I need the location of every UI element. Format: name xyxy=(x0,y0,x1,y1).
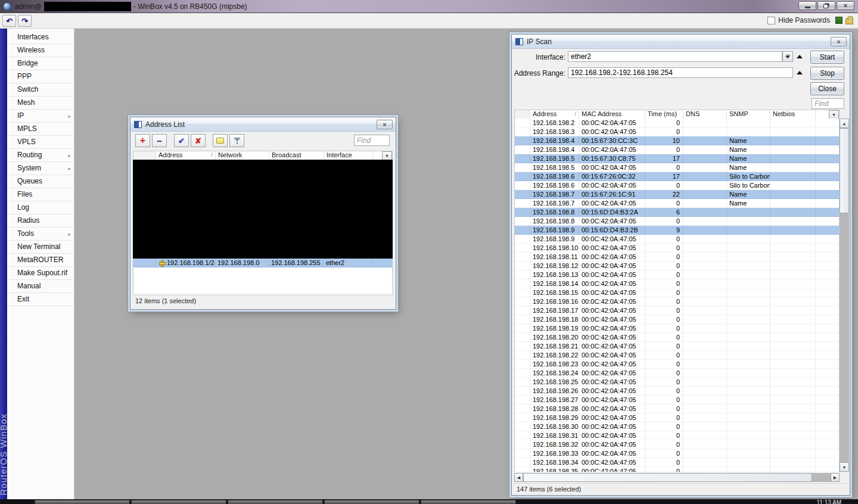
sidebar-item-queues[interactable]: Queues ▸ xyxy=(7,175,74,188)
ip-scan-row[interactable]: 192.168.198.4 00:15:67:30:CC:3C 10 Name xyxy=(515,136,839,145)
horizontal-scroll-track[interactable] xyxy=(812,473,831,482)
ip-scan-row[interactable]: 192.168.198.29 00:0C:42:0A:47:05 0 xyxy=(515,413,839,422)
ip-scan-row[interactable]: 192.168.198.2 00:0C:42:0A:47:05 0 xyxy=(515,119,839,127)
ip-scan-row[interactable]: 192.168.198.28 00:0C:42:0A:47:05 0 xyxy=(515,405,839,413)
column-header-broadcast[interactable]: Broadcast xyxy=(269,151,324,160)
column-header-netbios[interactable]: Netbios xyxy=(770,110,816,119)
taskbar-button[interactable] xyxy=(228,500,323,504)
interface-dropdown-button[interactable] xyxy=(782,51,793,62)
column-header-flags[interactable] xyxy=(515,110,530,119)
ip-scan-row[interactable]: 192.168.198.22 00:0C:42:0A:47:05 0 xyxy=(515,351,839,360)
sidebar-item-wireless[interactable]: Wireless ▸ xyxy=(7,44,74,57)
range-collapse-button[interactable] xyxy=(795,67,804,78)
ip-scan-row[interactable]: 192.168.198.8 00:0C:42:0A:47:05 0 xyxy=(515,217,839,226)
undo-button[interactable]: ↶ xyxy=(2,15,16,27)
sidebar-item-switch[interactable]: Switch ▸ xyxy=(7,83,74,97)
taskbar-button[interactable] xyxy=(131,500,226,504)
horizontal-scroll-thumb[interactable] xyxy=(523,473,812,482)
ip-scan-row[interactable]: 192.168.198.14 00:0C:42:0A:47:05 0 xyxy=(515,279,839,288)
ip-scan-row[interactable]: 192.168.198.15 00:0C:42:0A:47:05 0 xyxy=(515,288,839,297)
ip-scan-row[interactable]: 192.168.198.30 00:0C:42:0A:47:05 0 xyxy=(515,422,839,431)
taskbar-button[interactable] xyxy=(324,500,419,504)
ip-scan-row[interactable]: 192.168.198.7 00:15:67:26:1C:91 22 Name xyxy=(515,190,839,199)
sidebar-item-bridge[interactable]: Bridge ▸ xyxy=(7,57,74,70)
sidebar-item-ppp[interactable]: PPP ▸ xyxy=(7,70,74,83)
ip-scan-row[interactable]: 192.168.198.21 00:0C:42:0A:47:05 0 xyxy=(515,342,839,351)
ip-scan-row[interactable]: 192.168.198.34 00:0C:42:0A:47:05 0 xyxy=(515,458,839,467)
filter-button[interactable] xyxy=(229,134,244,147)
ip-scan-row[interactable]: 192.168.198.9 00:15:6D:D4:B3:2B 9 xyxy=(515,226,839,235)
ip-scan-row[interactable]: 192.168.198.24 00:0C:42:0A:47:05 0 xyxy=(515,369,839,378)
restore-button[interactable] xyxy=(817,1,835,10)
taskbar-button[interactable] xyxy=(421,500,516,504)
add-button[interactable]: + xyxy=(135,134,150,147)
sidebar-item-files[interactable]: Files ▸ xyxy=(7,188,74,201)
interface-collapse-button[interactable] xyxy=(795,51,804,62)
column-header-dns[interactable]: DNS xyxy=(683,110,727,119)
sidebar-item-log[interactable]: Log ▸ xyxy=(7,201,74,214)
ip-scan-row[interactable]: 192.168.198.17 00:0C:42:0A:47:05 0 xyxy=(515,306,839,315)
ip-scan-row[interactable]: 192.168.198.12 00:0C:42:0A:47:05 0 xyxy=(515,262,839,270)
ip-scan-row[interactable]: 192.168.198.20 00:0C:42:0A:47:05 0 xyxy=(515,333,839,342)
ip-scan-row[interactable]: 192.168.198.27 00:0C:42:0A:47:05 0 xyxy=(515,396,839,405)
column-header-mac[interactable]: MAC Address xyxy=(579,110,645,119)
ip-scan-row[interactable]: 192.168.198.7 00:0C:42:0A:47:05 0 Name xyxy=(515,199,839,208)
ip-scan-row[interactable]: 192.168.198.13 00:0C:42:0A:47:05 0 xyxy=(515,270,839,279)
ip-scan-row[interactable]: 192.168.198.25 00:0C:42:0A:47:05 0 xyxy=(515,378,839,387)
column-chooser-dropdown[interactable]: ▼ xyxy=(382,151,392,160)
sidebar-item-exit[interactable]: Exit ▸ xyxy=(7,293,74,306)
ip-scan-row[interactable]: 192.168.198.18 00:0C:42:0A:47:05 0 xyxy=(515,315,839,324)
ip-scan-row[interactable]: 192.168.198.6 00:15:67:26:0C:32 17 Silo … xyxy=(515,172,839,181)
ip-scan-row[interactable]: 192.168.198.23 00:0C:42:0A:47:05 0 xyxy=(515,360,839,369)
scroll-up-button[interactable]: ▲ xyxy=(840,119,849,128)
stop-button[interactable]: Stop xyxy=(810,67,844,80)
column-header-address[interactable]: Address/ xyxy=(156,151,216,160)
ip-scan-close-button[interactable]: × xyxy=(831,37,847,46)
ip-scan-row[interactable]: 192.168.198.6 00:0C:42:0A:47:05 0 Silo t… xyxy=(515,181,839,190)
column-chooser-dropdown[interactable]: ▼ xyxy=(829,110,839,119)
scroll-down-button[interactable]: ▼ xyxy=(840,462,849,472)
enable-button[interactable]: ✔ xyxy=(174,134,189,147)
disable-button[interactable]: ✘ xyxy=(191,134,206,147)
address-list-find-input[interactable] xyxy=(354,135,390,146)
ip-scan-row[interactable]: 192.168.198.26 00:0C:42:0A:47:05 0 xyxy=(515,387,839,396)
sidebar-item-system[interactable]: System ▸ xyxy=(7,162,74,175)
hide-passwords-checkbox[interactable] xyxy=(767,17,775,24)
address-range-input[interactable] xyxy=(568,67,793,78)
column-header-snmp[interactable]: SNMP xyxy=(727,110,770,119)
ip-scan-row[interactable]: 192.168.198.5 00:0C:42:0A:47:05 0 Name xyxy=(515,163,839,172)
vertical-scroll-track[interactable] xyxy=(840,213,849,462)
taskbar-button[interactable] xyxy=(35,500,130,504)
ip-scan-row[interactable]: 192.168.198.4 00:0C:42:0A:47:05 0 Name xyxy=(515,145,839,154)
address-list-titlebar[interactable]: Address List × xyxy=(130,117,396,132)
column-header-time[interactable]: Time (ms) xyxy=(645,110,683,119)
ip-scan-row[interactable]: 192.168.198.16 00:0C:42:0A:47:05 0 xyxy=(515,297,839,306)
close-dialog-button[interactable]: Close xyxy=(810,82,844,95)
ip-scan-row[interactable]: 192.168.198.33 00:0C:42:0A:47:05 0 xyxy=(515,449,839,458)
sidebar-item-vpls[interactable]: VPLS ▸ xyxy=(7,136,74,149)
minimize-button[interactable] xyxy=(798,1,816,10)
remove-button[interactable]: − xyxy=(152,134,167,147)
column-header-flags[interactable] xyxy=(133,151,156,160)
windows-taskbar[interactable]: 11:13 AM xyxy=(0,499,858,504)
sidebar-item-ip[interactable]: IP ▸ xyxy=(7,110,74,123)
sidebar-item-mpls[interactable]: MPLS ▸ xyxy=(7,123,74,136)
address-list-empty-area[interactable] xyxy=(133,267,393,294)
sidebar-item-routing[interactable]: Routing ▸ xyxy=(7,149,74,162)
start-button[interactable]: Start xyxy=(810,51,844,64)
sidebar-item-radius[interactable]: Radius ▸ xyxy=(7,214,74,228)
ip-scan-row[interactable]: 192.168.198.3 00:0C:42:0A:47:05 0 xyxy=(515,127,839,136)
scroll-left-button[interactable]: ◀ xyxy=(514,473,523,482)
vertical-scrollbar[interactable]: ▲ ▼ xyxy=(840,119,849,472)
vertical-scroll-thumb[interactable] xyxy=(840,128,849,213)
scroll-right-button[interactable]: ▶ xyxy=(831,473,840,482)
sidebar-item-new-terminal[interactable]: New Terminal ▸ xyxy=(7,241,74,254)
sidebar-item-make-supout-rif[interactable]: Make Supout.rif ▸ xyxy=(7,267,74,280)
ip-scan-row[interactable]: 192.168.198.11 00:0C:42:0A:47:05 0 xyxy=(515,253,839,262)
ip-scan-find-input[interactable] xyxy=(812,98,844,109)
sidebar-item-interfaces[interactable]: Interfaces ▸ xyxy=(7,31,74,44)
ip-scan-row[interactable]: 192.168.198.35 00:0C:42:0A:47:05 0 xyxy=(515,467,839,472)
column-header-network[interactable]: Network xyxy=(216,151,269,160)
ip-scan-row[interactable]: 192.168.198.8 00:15:6D:D4:B3:2A 6 xyxy=(515,208,839,217)
sidebar-item-tools[interactable]: Tools ▸ xyxy=(7,228,74,241)
